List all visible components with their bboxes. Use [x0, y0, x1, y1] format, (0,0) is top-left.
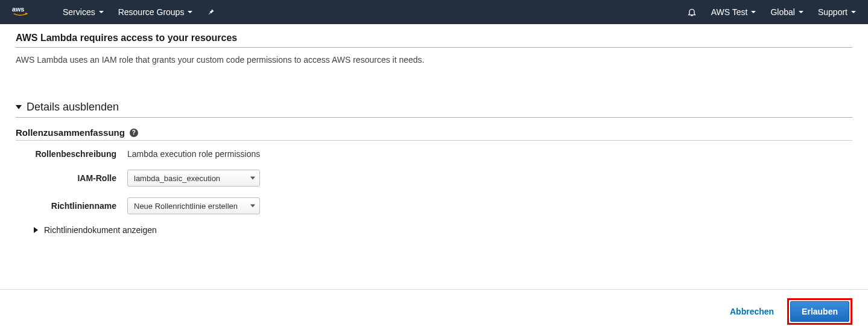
aws-logo[interactable]: aws [12, 5, 36, 19]
chevron-down-icon [99, 11, 104, 13]
value-role-description: Lambda execution role permissions [127, 149, 260, 159]
policy-name-select[interactable]: Neue Rollenrichtlinie erstellen [127, 197, 260, 214]
page-title: AWS Lambda requires access to your resou… [16, 33, 852, 48]
svg-text:aws: aws [12, 5, 24, 13]
page-description: AWS Lambda uses an IAM role that grants … [16, 48, 852, 65]
nav-account-label: AWS Test [711, 7, 748, 17]
nav-region-label: Global [770, 7, 794, 17]
nav-support[interactable]: Support [818, 7, 856, 17]
role-summary-heading: Rollenzusammenfassung ? [16, 127, 852, 141]
nav-account[interactable]: AWS Test [711, 7, 756, 17]
nav-services[interactable]: Services [63, 7, 104, 17]
label-role-description: Rollenbeschreibung [16, 149, 127, 159]
chevron-down-icon [799, 11, 803, 13]
main-content: AWS Lambda requires access to your resou… [0, 24, 868, 235]
details-toggle-label: Details ausblenden [27, 101, 119, 113]
policy-document-label: Richtliniendokument anzeigen [44, 225, 157, 235]
nav-left: aws Services Resource Groups [12, 5, 215, 19]
nav-services-label: Services [63, 7, 95, 17]
cancel-button[interactable]: Abbrechen [723, 302, 781, 321]
policy-document-toggle[interactable]: Richtliniendokument anzeigen [34, 225, 852, 235]
details-toggle[interactable]: Details ausblenden [16, 101, 852, 118]
top-nav: aws Services Resource Groups AWS [0, 0, 868, 24]
nav-region[interactable]: Global [770, 7, 803, 17]
iam-role-select[interactable]: lambda_basic_execution [127, 170, 260, 187]
policy-name-select-wrap: Neue Rollenrichtlinie erstellen [127, 197, 260, 214]
role-form: Rollenbeschreibung Lambda execution role… [16, 149, 852, 235]
nav-support-label: Support [818, 7, 847, 17]
nav-resource-groups[interactable]: Resource Groups [118, 7, 193, 17]
role-summary-label: Rollenzusammenfassung [16, 127, 125, 138]
notifications-icon[interactable] [687, 7, 697, 17]
allow-button[interactable]: Erlauben [790, 301, 849, 322]
collapse-icon [16, 105, 22, 109]
chevron-down-icon [188, 11, 192, 13]
iam-role-select-wrap: lambda_basic_execution [127, 170, 260, 187]
help-icon[interactable]: ? [130, 129, 138, 137]
row-policy-name: Richtlinienname Neue Rollenrichtlinie er… [16, 197, 852, 214]
label-iam-role: IAM-Rolle [16, 173, 127, 183]
row-iam-role: IAM-Rolle lambda_basic_execution [16, 170, 852, 187]
allow-button-highlight: Erlauben [787, 298, 852, 325]
footer-actions: Abbrechen Erlauben [0, 289, 868, 326]
label-policy-name: Richtlinienname [16, 201, 127, 211]
pin-icon[interactable] [207, 8, 215, 16]
expand-icon [34, 227, 38, 233]
nav-right: AWS Test Global Support [687, 7, 856, 17]
nav-resource-groups-label: Resource Groups [118, 7, 185, 17]
chevron-down-icon [751, 11, 756, 13]
chevron-down-icon [851, 11, 856, 13]
row-role-description: Rollenbeschreibung Lambda execution role… [16, 149, 852, 159]
